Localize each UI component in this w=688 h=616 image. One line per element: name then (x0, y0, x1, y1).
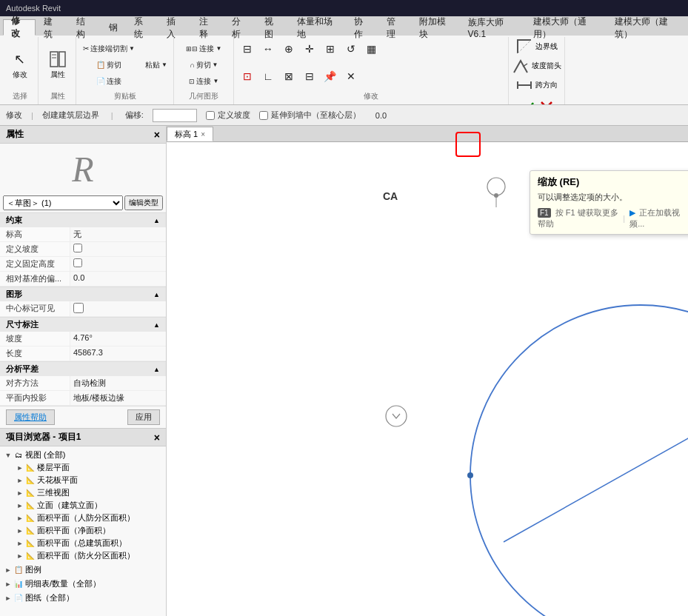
move-btn[interactable]: ✛ (300, 38, 319, 59)
tab-guan-li[interactable]: 管理 (378, 19, 411, 36)
tree-row-schedules[interactable]: ► 📊 明细表/数量（全部） (0, 578, 166, 590)
tab-cha-ru[interactable]: 插入 (158, 19, 191, 36)
tab-ti-liang[interactable]: 体量和场地 (289, 19, 346, 36)
tree-row-sheets[interactable]: ► 📄 图纸（全部） (0, 592, 166, 604)
tree-item-schedules: ► 📊 明细表/数量（全部） (0, 577, 166, 591)
unpin-icon: 📌 (324, 70, 336, 82)
tree-row-area3[interactable]: ► 📐 面积平面（总建筑面积） (12, 537, 166, 549)
tree-row-area2[interactable]: ► 📐 面积平面（净面积） (12, 524, 166, 537)
tab-gang[interactable]: 钢 (101, 19, 126, 36)
scale-icon: ⊡ (243, 70, 252, 82)
graphics-section[interactable]: 图形 ▲ (0, 287, 166, 301)
paste2-btn[interactable]: 粘贴 ▼ (142, 58, 170, 73)
edit-type-btn[interactable]: 编辑类型 (124, 195, 163, 210)
tooltip-popup: 缩放 (RE) 可以调整选定项的大小。 F1 按 F1 键获取更多帮助 | ▶ … (530, 170, 688, 235)
properties-close-btn[interactable]: × (154, 129, 160, 141)
view-tab-close[interactable]: × (201, 130, 205, 138)
ribbon-group-clipboard: ✂ 连接端切割 ▼ 📋 剪切 📄 连接 粘贴 ▼ (77, 37, 174, 104)
tree-row-legend[interactable]: ► 📋 图例 (0, 563, 166, 576)
ribbon-group-select: ↖ 修改 选择 (1, 37, 39, 104)
properties-help-btn[interactable]: 属性帮助 (6, 409, 55, 425)
views-icon: 🗂 (13, 450, 24, 461)
dimensions-section[interactable]: 尺寸标注 ▲ (0, 317, 166, 332)
ding-yi-gu-ding-row: 定义固定高度 (0, 257, 166, 272)
revit-r-letter: R (72, 149, 93, 190)
tab-fu-jia[interactable]: 附加模块 (411, 19, 460, 36)
delete-btn[interactable]: ✕ (341, 66, 361, 87)
rotate-btn[interactable]: ↺ (341, 38, 361, 59)
extend-wall-checkbox[interactable] (259, 111, 268, 120)
center-mark-check[interactable] (73, 303, 84, 313)
tab-jian-mo-tong[interactable]: 建模大师（通用） (525, 19, 607, 36)
tab-fen-xi[interactable]: 分析 (224, 19, 256, 36)
define-slope-checkbox[interactable] (206, 111, 215, 120)
ribbon-group-geometry: ⊞⊟ 连接 ▼ ∩ 剪切 ▼ ⊡ 连接 ▼ 几何图形 (175, 37, 234, 104)
family-type-select[interactable]: ＜草图＞ (1) (3, 195, 123, 210)
analysis-section[interactable]: 分析平差 ▲ (0, 361, 166, 376)
trim-icon: ∟ (263, 70, 273, 82)
view-tabs: 标高 1 × (167, 126, 688, 142)
select-group-label: 选择 (13, 91, 27, 103)
tab-jian-zhu[interactable]: 建筑 (36, 19, 68, 36)
tab-shi-tu[interactable]: 视图 (256, 19, 289, 36)
apply-btn[interactable]: 应用 (127, 409, 160, 425)
paste-btn[interactable]: 📄 连接 (80, 74, 138, 89)
clipboard-label: 剪贴板 (114, 91, 136, 103)
copy-btn[interactable]: 📋 剪切 (80, 58, 138, 73)
tree-row-floor-plans[interactable]: ► 📐 楼层平面 (12, 461, 166, 474)
offset-btn[interactable]: ↔ (258, 38, 278, 59)
video-icon: ▶ (629, 208, 635, 217)
define-slope-prop-check[interactable] (73, 244, 82, 252)
tree-row-area1[interactable]: ► 📐 面积平面（人防分区面积） (12, 512, 166, 524)
cut-btn[interactable]: ✂ 连接端切割 ▼ (80, 41, 138, 56)
align-btn[interactable]: ⊟ (238, 38, 257, 59)
tab-zhu-shi[interactable]: 注释 (191, 19, 224, 36)
browser-close-btn[interactable]: × (154, 432, 160, 443)
mirror-btn[interactable]: ⊕ (279, 38, 298, 59)
define-fixed-height-check[interactable] (73, 258, 82, 267)
geom-btn3[interactable]: ⊡ 连接 ▼ (183, 74, 224, 89)
delete-icon: ✕ (347, 70, 355, 82)
split-icon: ⊠ (284, 70, 293, 82)
browser-header: 项目浏览器 - 项目1 × (0, 429, 166, 446)
tree-row-area4[interactable]: ► 📐 面积平面（防火分区面积） (12, 549, 166, 562)
geom-btn1[interactable]: ⊞⊟ 连接 ▼ (183, 41, 224, 56)
copy-tool-btn[interactable]: ⊞ (321, 38, 340, 59)
title-bar: Autodesk Revit (0, 0, 688, 16)
cut-icon: ✂ (83, 44, 89, 53)
trim-btn[interactable]: ∟ (258, 66, 278, 87)
modify-bar-label1: 修改 (6, 110, 22, 121)
views-children: ► 📐 楼层平面 ► 📐 天花板平面 ► 📐 三维视图 (0, 461, 166, 562)
tree-row-ceiling[interactable]: ► 📐 天花板平面 (12, 474, 166, 486)
copy-tool-icon: ⊞ (326, 43, 335, 55)
scale-btn highlighted-icon[interactable]: ⊡ (238, 66, 257, 87)
geom-btn2[interactable]: ∩ 剪切 ▼ (183, 58, 224, 73)
cancel-icon (538, 99, 555, 105)
split2-btn[interactable]: ⊟ (300, 66, 319, 87)
constraints-section[interactable]: 约束 ▲ (0, 212, 166, 227)
tab-jie-gou[interactable]: 结构 (68, 19, 101, 36)
tab-xi-tong[interactable]: 系统 (126, 19, 158, 36)
properties-btn[interactable]: 属性 (45, 43, 70, 87)
define-slope-item: 定义坡度 (206, 110, 250, 121)
tab-xie-zuo[interactable]: 协作 (346, 19, 378, 36)
ca-text: CA (383, 190, 398, 202)
tab-zu-ku[interactable]: 族库大师V6.1 (460, 19, 526, 36)
array-btn[interactable]: ▦ (362, 38, 381, 59)
tab-jian-mo-jian[interactable]: 建模大师（建筑） (607, 19, 688, 36)
svg-line-4 (518, 40, 531, 53)
modify-bar-label2: 创建建筑层边界 (42, 110, 99, 121)
tree-item-sheets: ► 📄 图纸（全部） (0, 591, 166, 605)
tree-row-views[interactable]: ▼ 🗂 视图 (全部) (0, 449, 166, 461)
tree-row-elevation[interactable]: ► 📐 立面（建筑立面） (12, 499, 166, 512)
tree-row-3d[interactable]: ► 📐 三维视图 (12, 486, 166, 499)
drawing-area[interactable]: 标高 1 × (167, 126, 688, 616)
array-icon: ▦ (367, 43, 376, 55)
split-btn[interactable]: ⊠ (279, 66, 298, 87)
tab-modify[interactable]: 修改 (3, 19, 36, 36)
move-icon: ✛ (305, 43, 314, 55)
view-tab-biao-gao1[interactable]: 标高 1 × (167, 127, 213, 141)
unpin-btn[interactable]: 📌 (321, 66, 340, 87)
offset-input[interactable] (153, 109, 197, 122)
modify-select-btn[interactable]: ↖ 修改 (7, 43, 33, 87)
